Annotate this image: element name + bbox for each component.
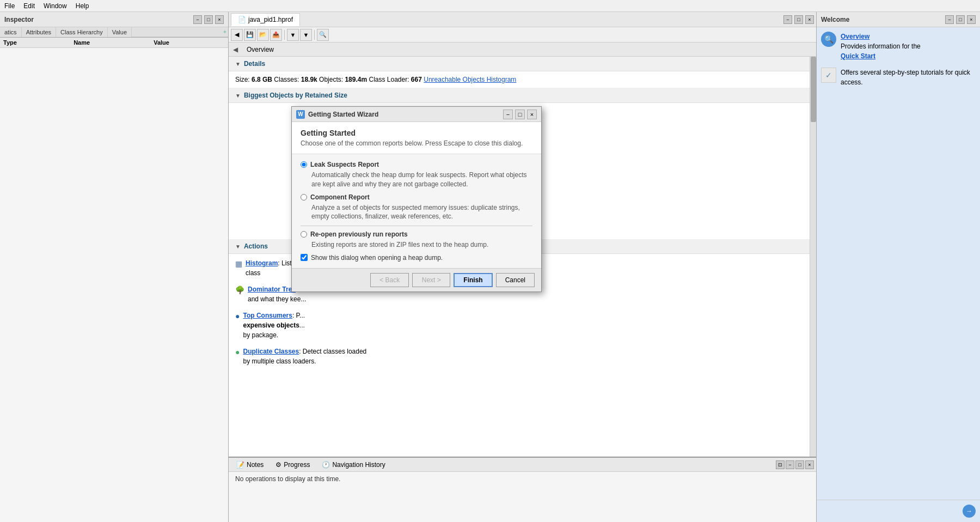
toolbar-search-btn[interactable]: 🔍 — [317, 29, 329, 41]
center-maximize-icon[interactable]: □ — [794, 15, 803, 24]
back-button[interactable]: < Back — [370, 273, 409, 287]
menu-file[interactable]: File — [4, 2, 15, 10]
bottom-tab-bar: 📝 Notes ⚙ Progress 🕐 Navigation History … — [229, 458, 816, 472]
duplicate-classes-link[interactable]: Duplicate Classes — [243, 348, 299, 355]
bottom-tabs: 📝 Notes ⚙ Progress 🕐 Navigation History — [231, 459, 391, 470]
tab-value[interactable]: Value — [108, 27, 132, 37]
details-stats: Size: 6.8 GB Classes: 18.9k Objects: 189… — [235, 76, 424, 83]
dialog-maximize-icon[interactable]: □ — [515, 110, 525, 119]
histogram-link[interactable]: Histogram — [246, 259, 278, 267]
top-consumers-link[interactable]: Top Consumers — [243, 312, 292, 319]
inspector-close-icon[interactable]: × — [215, 15, 224, 24]
overview-circle-icon: 🔍 — [821, 32, 836, 47]
bottom-close-icon[interactable]: × — [805, 460, 814, 469]
dialog-header-section: Getting Started Choose one of the common… — [292, 122, 541, 154]
menu-help[interactable]: Help — [76, 2, 89, 10]
tab-attributes[interactable]: Attributes — [22, 27, 56, 37]
progress-icon: ⚙ — [275, 461, 281, 469]
tutorials-desc: Offers several step-by-step tutorials fo… — [841, 69, 970, 86]
tab-progress[interactable]: ⚙ Progress — [270, 459, 315, 470]
inspector-add-tab-icon[interactable]: + — [222, 27, 228, 37]
histogram-class-text: class — [246, 269, 260, 277]
dialog-minimize-icon[interactable]: − — [503, 110, 513, 119]
bottom-minimize-icon[interactable]: − — [786, 460, 794, 469]
inspector-minimize-icon[interactable]: − — [193, 15, 202, 24]
welcome-maximize-icon[interactable]: □ — [956, 15, 965, 24]
quick-start-link[interactable]: Quick Start — [841, 52, 875, 60]
cancel-button[interactable]: Cancel — [496, 273, 535, 287]
actions-triangle-icon: ▼ — [235, 244, 241, 250]
welcome-panel: Welcome − □ × 🔍 Overview Provides inform… — [817, 12, 980, 522]
center-close-icon[interactable]: × — [805, 15, 814, 24]
inspector-maximize-icon[interactable]: □ — [204, 15, 213, 24]
details-title: Details — [244, 60, 265, 68]
overview-link[interactable]: Overview — [841, 33, 869, 40]
tab-notes[interactable]: 📝 Notes — [231, 459, 269, 470]
toolbar-view-dropdown-btn[interactable]: ▼ — [287, 29, 299, 41]
top-consumers-bold: expensive objects — [243, 321, 299, 329]
toolbar-save-btn[interactable]: 💾 — [244, 29, 256, 41]
tab-atics[interactable]: atics — [0, 27, 22, 37]
welcome-minimize-icon[interactable]: − — [945, 15, 954, 24]
show-dialog-label: Show this dialog when opening a heap dum… — [311, 254, 443, 262]
tab-nav-history[interactable]: 🕐 Navigation History — [316, 459, 390, 470]
finish-button[interactable]: Finish — [454, 273, 492, 287]
toolbar-open-btn[interactable]: 📂 — [257, 29, 269, 41]
col-value: Value — [150, 38, 228, 48]
bottom-maximize-icon[interactable]: □ — [795, 460, 804, 469]
component-report-label[interactable]: Component Report — [301, 193, 532, 201]
scrollbar-thumb[interactable] — [811, 57, 816, 122]
bottom-panel-controls: ⊡ − □ × — [776, 460, 814, 469]
scrollbar-track[interactable] — [810, 57, 816, 457]
leak-suspects-label[interactable]: Leak Suspects Report — [301, 161, 532, 168]
dominator-link[interactable]: Dominator Tree — [248, 286, 296, 293]
progress-label: Progress — [284, 461, 310, 469]
toolbar-view2-dropdown-btn[interactable]: ▼ — [300, 29, 312, 41]
details-section-header[interactable]: ▼ Details — [229, 57, 810, 71]
welcome-close-icon[interactable]: × — [967, 15, 976, 24]
getting-started-dialog: W Getting Started Wizard − □ × Getting S… — [291, 106, 542, 292]
reopen-reports-radio[interactable] — [301, 231, 307, 238]
overview-desc: Provides information for the — [841, 43, 921, 50]
leak-suspects-text: Leak Suspects Report — [310, 161, 379, 168]
bottom-panel-icon1[interactable]: ⊡ — [776, 460, 785, 469]
dialog-close-icon[interactable]: × — [527, 110, 537, 119]
biggest-objects-header[interactable]: ▼ Biggest Objects by Retained Size — [229, 88, 810, 103]
menu-edit[interactable]: Edit — [23, 2, 35, 10]
welcome-content: 🔍 Overview Provides information for the … — [817, 27, 980, 500]
overview-tab-bar: ◀ Overview — [229, 43, 816, 57]
dialog-title-left: W Getting Started Wizard — [296, 110, 378, 119]
welcome-nav-icon[interactable]: → — [963, 505, 976, 518]
inspector-panel: Inspector − □ × atics Attributes Class H… — [0, 12, 229, 522]
next-button[interactable]: Next > — [412, 273, 450, 287]
unreachable-histogram-link[interactable]: Unreachable Objects Histogram — [424, 76, 516, 83]
leak-suspects-radio[interactable] — [301, 161, 307, 168]
tab-class-hierarchy[interactable]: Class Hierarchy — [56, 27, 108, 37]
inspector-panel-icons: − □ × — [193, 15, 224, 24]
reopen-reports-desc: Existing reports are stored in ZIP files… — [311, 240, 532, 250]
component-report-radio[interactable] — [301, 194, 307, 201]
main-toolbar: ◀ 💾 📂 📤 ▼ ▼ 🔍 — [229, 27, 816, 43]
welcome-panel-icons: − □ × — [945, 15, 976, 24]
toolbar-back-btn[interactable]: ◀ — [231, 29, 243, 41]
welcome-title: Welcome — [821, 16, 849, 23]
reopen-reports-label[interactable]: Re-open previously run reports — [301, 230, 532, 238]
dialog-title: Getting Started Wizard — [308, 111, 378, 118]
bottom-panel: 📝 Notes ⚙ Progress 🕐 Navigation History … — [229, 457, 816, 522]
tab-java-hprof[interactable]: 📄 java_pid1.hprof — [231, 13, 300, 26]
toolbar-export-btn[interactable]: 📤 — [270, 29, 282, 41]
menu-window[interactable]: Window — [44, 2, 67, 10]
show-dialog-checkbox-row: Show this dialog when opening a heap dum… — [301, 254, 532, 262]
dialog-separator — [301, 226, 532, 226]
reopen-reports-text: Re-open previously run reports — [310, 230, 408, 238]
details-content: Size: 6.8 GB Classes: 18.9k Objects: 189… — [229, 71, 810, 88]
leak-suspects-desc: Automatically check the heap dump for le… — [311, 171, 532, 189]
overview-tab[interactable]: Overview — [241, 44, 279, 55]
dialog-controls: − □ × — [503, 110, 537, 119]
center-minimize-icon[interactable]: − — [783, 15, 792, 24]
action-duplicate-classes: ● Duplicate Classes: Detect classes load… — [235, 347, 803, 366]
overview-collapse-icon: ◀ — [233, 46, 238, 53]
dominator-icon: 🌳 — [235, 284, 244, 304]
show-dialog-checkbox[interactable] — [301, 254, 308, 261]
toolbar-sep1 — [284, 30, 285, 40]
